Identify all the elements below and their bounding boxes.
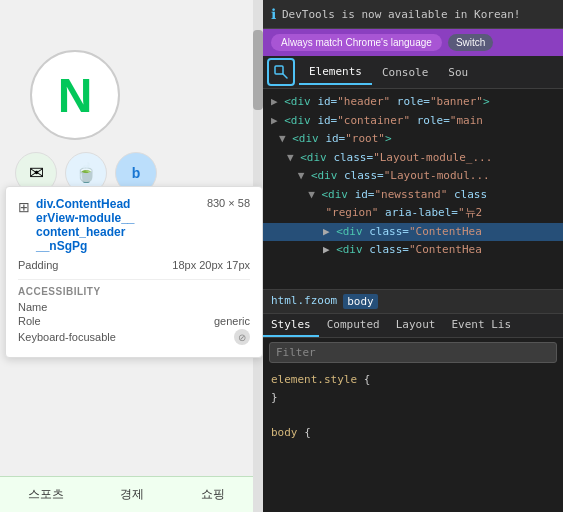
scrollbar-thumb[interactable] (253, 30, 263, 110)
devtools-info-bar: ℹ DevTools is now available in Korean! (263, 0, 563, 29)
tree-line-layout1[interactable]: ▼ <div class="Layout-module_... (263, 149, 563, 168)
tab-styles[interactable]: Styles (263, 314, 319, 337)
acc-role-value: generic (214, 315, 250, 327)
acc-role-label: Role (18, 315, 41, 327)
tree-line-header[interactable]: ▶ <div id="header" role="banner"> (263, 93, 563, 112)
always-match-language-button[interactable]: Always match Chrome's language (271, 34, 442, 51)
accessibility-section: ACCESSIBILITY Name Role generic Keyboard… (18, 279, 250, 345)
not-focusable-icon: ⊘ (234, 329, 250, 345)
tab-layout[interactable]: Layout (388, 314, 444, 337)
nav-economy[interactable]: 경제 (120, 486, 144, 503)
tree-line-root[interactable]: ▼ <div id="root"> (263, 130, 563, 149)
tooltip-element-title: div.ContentHeaderView-module__content_he… (36, 197, 201, 253)
tab-elements[interactable]: Elements (299, 60, 372, 85)
box-model-icon: ⊞ (18, 199, 30, 215)
tree-line-region[interactable]: "region" aria-label="뉴2 (263, 204, 563, 223)
lang-bar: Always match Chrome's language Switch (263, 29, 563, 56)
filter-placeholder: Filter (276, 346, 316, 359)
padding-label: Padding (18, 259, 58, 271)
tree-line-newsstand[interactable]: ▼ <div id="newsstand" class (263, 186, 563, 205)
tree-line-layout2[interactable]: ▼ <div class="Layout-modul... (263, 167, 563, 186)
padding-value: 18px 20px 17px (172, 259, 250, 271)
style-tabs: Styles Computed Layout Event Lis (263, 314, 563, 338)
breadcrumb-bar: html.fzoom body (263, 289, 563, 314)
devtools-top-tabs: Elements Console Sou (263, 56, 563, 89)
tree-line-container[interactable]: ▶ <div id="container" role="main (263, 112, 563, 131)
tooltip-padding-row: Padding 18px 20px 17px (18, 259, 250, 271)
tab-console[interactable]: Console (372, 61, 438, 84)
element-tooltip: ⊞ div.ContentHeaderView-module__content_… (5, 186, 263, 358)
svg-line-1 (283, 74, 287, 78)
nav-shopping[interactable]: 쇼핑 (201, 486, 225, 503)
inspect-element-button[interactable] (267, 58, 295, 86)
switch-button[interactable]: Switch (448, 34, 493, 51)
acc-name-label: Name (18, 301, 47, 313)
tab-computed[interactable]: Computed (319, 314, 388, 337)
css-line-close1: } (271, 389, 555, 407)
svg-rect-0 (275, 66, 283, 74)
acc-role-row: Role generic (18, 315, 250, 327)
html-tree-content: ▶ <div id="header" role="banner"> ▶ <div… (263, 89, 563, 264)
devtools-panel: ℹ DevTools is now available in Korean! A… (263, 0, 563, 512)
acc-keyboard-label: Keyboard-focusable (18, 331, 116, 343)
accessibility-title: ACCESSIBILITY (18, 286, 250, 297)
css-line-element-style: element.style { (271, 371, 555, 389)
tab-event-listeners[interactable]: Event Lis (443, 314, 519, 337)
tree-line-contenthea2[interactable]: ▶ <div class="ContentHea (263, 241, 563, 260)
tree-line-contenthea1[interactable]: ▶ <div class="ContentHea ➜ (263, 223, 563, 242)
naver-logo: N (30, 50, 120, 140)
acc-keyboard-row: Keyboard-focusable ⊘ (18, 329, 250, 345)
naver-letter: N (58, 68, 93, 123)
css-filter-input[interactable]: Filter (269, 342, 557, 363)
acc-name-row: Name (18, 301, 250, 313)
browser-preview: N ✉ 🍵 b ⊞ div.ContentHeaderView-module__… (0, 0, 263, 512)
html-tree: ▶ <div id="header" role="banner"> ▶ <div… (263, 89, 563, 289)
tab-sources[interactable]: Sou (438, 61, 478, 84)
breadcrumb-html[interactable]: html.fzoom (271, 294, 337, 309)
css-line-empty (271, 406, 555, 424)
nav-sports[interactable]: 스포츠 (28, 486, 64, 503)
info-icon: ℹ (271, 6, 276, 22)
info-text: DevTools is now available in Korean! (282, 8, 520, 21)
breadcrumb-body[interactable]: body (343, 294, 378, 309)
bottom-nav: 스포츠 경제 쇼핑 (0, 476, 253, 512)
css-line-body: body { (271, 424, 555, 442)
element-size: 830 × 58 (207, 197, 250, 209)
css-code-area: element.style { } body { (263, 367, 563, 445)
